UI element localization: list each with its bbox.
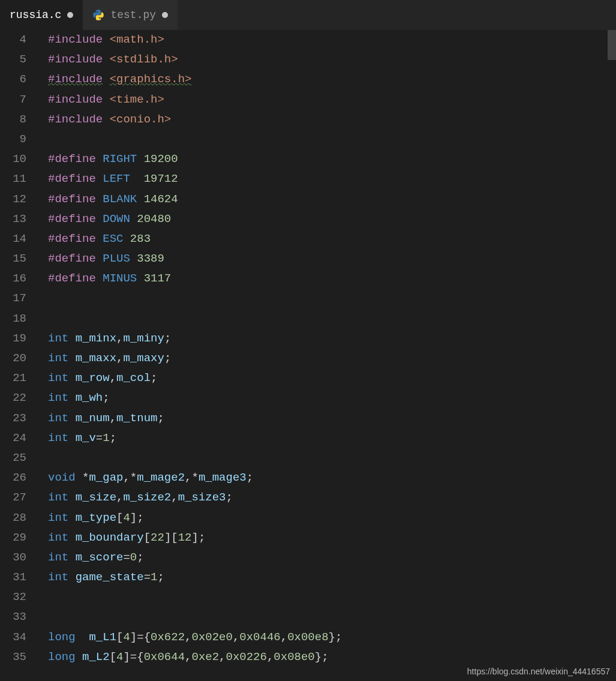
code-line[interactable]: int m_maxx,m_maxy; (36, 349, 616, 368)
code-line[interactable] (36, 130, 616, 149)
line-number: 13 (0, 209, 26, 229)
code-line[interactable]: int m_wh; (36, 388, 616, 408)
code-line[interactable]: int m_score=0; (36, 548, 616, 568)
code-line[interactable]: long m_L2[4]={0x0644,0xe2,0x0226,0x08e0}… (36, 647, 616, 667)
code-line[interactable]: long m_L1[4]={0x622,0x02e0,0x0446,0x00e8… (36, 628, 616, 647)
code-line[interactable]: #define RIGHT 19200 (36, 149, 616, 169)
code-line[interactable]: void *m_gap,*m_mage2,*m_mage3; (36, 468, 616, 488)
line-number: 17 (0, 289, 26, 308)
tab-russia-c[interactable]: russia.c (0, 0, 83, 30)
code-line[interactable]: #define BLANK 14624 (36, 190, 616, 209)
code-line[interactable]: #include <stdlib.h> (36, 50, 616, 70)
line-number: 14 (0, 229, 26, 249)
line-number: 6 (0, 70, 26, 89)
line-number: 22 (0, 388, 26, 408)
code-line[interactable]: int m_type[4]; (36, 508, 616, 528)
line-number: 9 (0, 130, 26, 149)
line-number: 5 (0, 50, 26, 70)
code-line[interactable]: int m_v=1; (36, 428, 616, 448)
line-number: 25 (0, 448, 26, 468)
code-line[interactable] (36, 587, 616, 607)
line-number: 21 (0, 368, 26, 388)
code-line[interactable]: int m_size,m_size2,m_size3; (36, 488, 616, 508)
line-number: 18 (0, 309, 26, 329)
line-number: 4 (0, 30, 26, 50)
line-number: 19 (0, 329, 26, 349)
line-number: 8 (0, 110, 26, 130)
code-line[interactable]: int m_minx,m_miny; (36, 329, 616, 349)
code-line[interactable]: #define DOWN 20480 (36, 209, 616, 229)
line-number: 10 (0, 149, 26, 169)
line-number: 26 (0, 468, 26, 488)
code-line[interactable] (36, 289, 616, 308)
tab-label: test.py (110, 9, 156, 21)
code-line[interactable]: #define LEFT 19712 (36, 169, 616, 189)
python-icon (92, 9, 104, 21)
line-number: 12 (0, 190, 26, 209)
code-line[interactable]: #include <conio.h> (36, 110, 616, 130)
line-number: 23 (0, 409, 26, 428)
line-number: 35 (0, 647, 26, 667)
line-number: 20 (0, 349, 26, 368)
line-number: 28 (0, 508, 26, 528)
line-number: 33 (0, 607, 26, 627)
line-number: 34 (0, 628, 26, 647)
tab-bar: russia.c test.py (0, 0, 616, 30)
line-number: 27 (0, 488, 26, 508)
tab-test-py[interactable]: test.py (83, 0, 178, 30)
line-number: 24 (0, 428, 26, 448)
vertical-scrollbar[interactable] (608, 30, 616, 60)
line-number: 11 (0, 169, 26, 189)
watermark: https://blog.csdn.net/weixin_44416557 (467, 667, 610, 676)
code-editor[interactable]: 4567891011121314151617181920212223242526… (0, 30, 616, 681)
code-line[interactable]: #include <graphics.h> (36, 70, 616, 89)
tab-label: russia.c (10, 9, 61, 21)
line-number-gutter: 4567891011121314151617181920212223242526… (0, 30, 36, 681)
code-line[interactable]: #define PLUS 3389 (36, 249, 616, 269)
line-number: 29 (0, 528, 26, 548)
line-number: 32 (0, 587, 26, 607)
line-number: 15 (0, 249, 26, 269)
code-line[interactable]: int m_num,m_tnum; (36, 409, 616, 428)
code-line[interactable]: int game_state=1; (36, 568, 616, 587)
code-line[interactable] (36, 607, 616, 627)
code-line[interactable]: #include <math.h> (36, 30, 616, 50)
code-line[interactable]: int m_boundary[22][12]; (36, 528, 616, 548)
code-line[interactable]: #include <time.h> (36, 90, 616, 110)
code-line[interactable]: #define MINUS 3117 (36, 269, 616, 289)
unsaved-dot-icon (67, 12, 73, 18)
line-number: 30 (0, 548, 26, 568)
code-line[interactable] (36, 309, 616, 329)
line-number: 16 (0, 269, 26, 289)
line-number: 31 (0, 568, 26, 587)
code-line[interactable]: int m_row,m_col; (36, 368, 616, 388)
code-line[interactable] (36, 448, 616, 468)
code-line[interactable]: #define ESC 283 (36, 229, 616, 249)
code-area[interactable]: #include <math.h>#include <stdlib.h>#inc… (36, 30, 616, 681)
line-number: 7 (0, 90, 26, 110)
unsaved-dot-icon (162, 12, 168, 18)
